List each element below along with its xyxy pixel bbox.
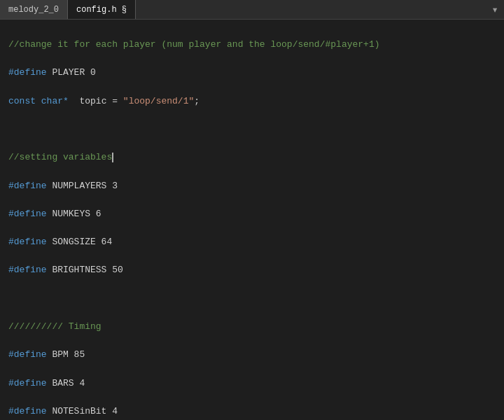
tab-config[interactable]: config.h § xyxy=(68,0,136,19)
code-line-6: #define NUMKEYS 6 xyxy=(8,207,496,221)
code-line-8: #define BRIGHTNESS 50 xyxy=(8,263,496,277)
code-line-10: #define BPM 85 xyxy=(8,348,496,362)
code-line-1: //change it for each player (num player … xyxy=(8,38,496,52)
code-line-3: const char* topic = "loop/send/1"; xyxy=(8,94,496,108)
code-line-11: #define BARS 4 xyxy=(8,377,496,391)
code-editor: //change it for each player (num player … xyxy=(0,20,504,420)
window: melody_2_0 config.h § ▾ //change it for … xyxy=(0,0,504,420)
code-line-12: #define NOTESinBit 4 xyxy=(8,405,496,419)
tab-config-label: config.h § xyxy=(76,5,127,15)
code-line-blank-1 xyxy=(8,122,496,136)
tab-melody-label: melody_2_0 xyxy=(8,5,59,15)
code-line-2: #define PLAYER 0 xyxy=(8,66,496,80)
tab-melody[interactable]: melody_2_0 xyxy=(0,0,68,19)
code-line-blank-2 xyxy=(8,292,496,306)
code-line-7: #define SONGSIZE 64 xyxy=(8,235,496,249)
code-line-9: ////////// Timing xyxy=(8,320,496,334)
code-line-4: //setting variables xyxy=(8,150,496,164)
title-bar-right[interactable]: ▾ xyxy=(491,3,504,17)
title-bar: melody_2_0 config.h § ▾ xyxy=(0,0,504,20)
code-line-5: #define NUMPLAYERS 3 xyxy=(8,179,496,193)
